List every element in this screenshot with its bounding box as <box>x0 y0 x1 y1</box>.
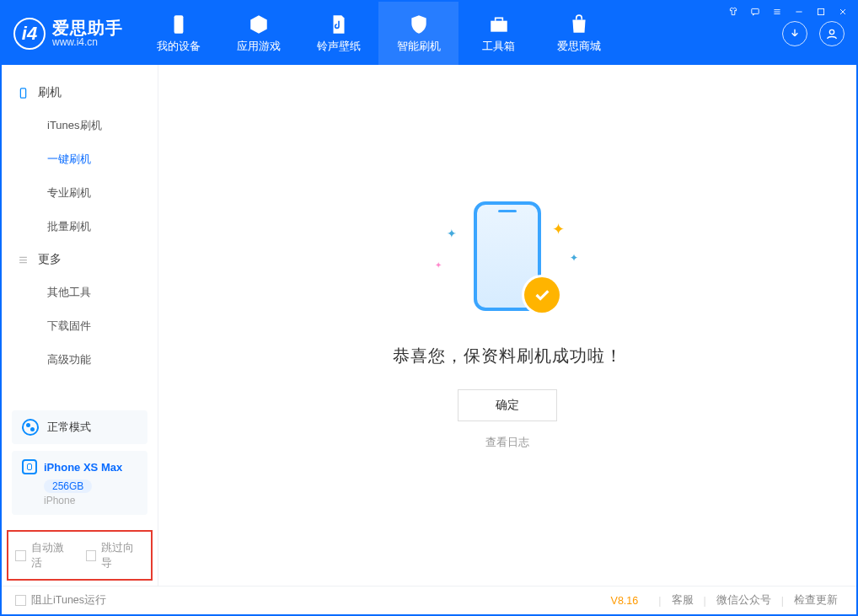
sparkle-icon: ✦ <box>435 260 442 270</box>
maximize-button[interactable] <box>814 5 828 19</box>
checkbox-icon <box>15 550 26 561</box>
tab-my-device[interactable]: 我的设备 <box>138 2 218 65</box>
device-type: iPhone <box>44 495 137 506</box>
tab-label: 工具箱 <box>482 39 515 54</box>
sidebar-group-flash: 刷机 <box>2 77 158 109</box>
success-illustration: ✦ ✦ ✦ ✦ <box>432 201 583 319</box>
checkbox-auto-activate[interactable]: 自动激活 <box>15 540 74 570</box>
svg-rect-0 <box>752 8 759 13</box>
sparkle-icon: ✦ <box>552 220 565 238</box>
link-support[interactable]: 客服 <box>667 593 699 608</box>
tab-label: 智能刷机 <box>397 39 441 54</box>
tab-ringtone-wallpaper[interactable]: 铃声壁纸 <box>298 2 378 65</box>
sidebar-group-more: 更多 <box>2 244 158 276</box>
mode-card[interactable]: 正常模式 <box>12 410 147 444</box>
tab-smart-flash[interactable]: 智能刷机 <box>378 2 458 65</box>
check-badge-icon <box>524 277 560 313</box>
window-controls <box>727 5 850 19</box>
device-card-icon <box>22 459 37 474</box>
sidebar-item-oneclick-flash[interactable]: 一键刷机 <box>2 142 158 176</box>
sidebar-item-batch-flash[interactable]: 批量刷机 <box>2 210 158 244</box>
minimize-button[interactable] <box>792 5 806 19</box>
logo-icon: i4 <box>13 18 46 50</box>
downloads-button[interactable] <box>782 21 807 46</box>
bag-icon <box>568 13 590 35</box>
link-check-update[interactable]: 检查更新 <box>789 593 843 608</box>
tab-toolbox[interactable]: 工具箱 <box>458 2 539 65</box>
svg-rect-4 <box>20 88 25 97</box>
toolbox-icon <box>488 13 510 35</box>
nav-tabs: 我的设备 应用游戏 铃声壁纸 智能刷机 工具箱 爱思商城 <box>138 2 619 65</box>
shirt-icon[interactable] <box>727 5 740 19</box>
main-panel: ✦ ✦ ✦ ✦ 恭喜您，保资料刷机成功啦！ 确定 查看日志 <box>158 65 856 586</box>
cube-icon <box>248 13 270 35</box>
svg-rect-2 <box>174 15 183 34</box>
account-button[interactable] <box>819 21 845 46</box>
sidebar-item-pro-flash[interactable]: 专业刷机 <box>2 176 158 210</box>
tab-store[interactable]: 爱思商城 <box>539 2 619 65</box>
music-file-icon <box>328 13 350 35</box>
header: i4 爱思助手 www.i4.cn 我的设备 应用游戏 铃声壁纸 智能刷机 <box>2 2 856 65</box>
tab-label: 我的设备 <box>157 39 201 54</box>
checkbox-block-itunes[interactable]: 阻止iTunes运行 <box>15 593 106 608</box>
device-name: iPhone XS Max <box>44 461 122 474</box>
sidebar-item-other-tools[interactable]: 其他工具 <box>2 276 158 309</box>
sidebar-item-itunes-flash[interactable]: iTunes刷机 <box>2 109 158 142</box>
success-title: 恭喜您，保资料刷机成功啦！ <box>393 345 623 367</box>
tab-apps-games[interactable]: 应用游戏 <box>218 2 298 65</box>
sparkle-icon: ✦ <box>447 227 457 240</box>
svg-point-3 <box>829 29 834 34</box>
shield-refresh-icon <box>408 13 430 35</box>
app-window: i4 爱思助手 www.i4.cn 我的设备 应用游戏 铃声壁纸 智能刷机 <box>0 0 858 616</box>
sidebar: 刷机 iTunes刷机 一键刷机 专业刷机 批量刷机 更多 其他工具 下载固件 … <box>2 65 158 586</box>
checkbox-icon <box>15 595 26 606</box>
sparkle-icon: ✦ <box>570 252 578 264</box>
ok-button[interactable]: 确定 <box>458 389 557 421</box>
sidebar-item-download-firmware[interactable]: 下载固件 <box>2 309 158 343</box>
device-card[interactable]: iPhone XS Max 256GB iPhone <box>12 451 147 515</box>
feedback-icon[interactable] <box>748 5 762 19</box>
mode-label: 正常模式 <box>47 420 91 435</box>
version-label: V8.16 <box>611 595 639 607</box>
tab-label: 铃声壁纸 <box>317 39 361 54</box>
svg-rect-1 <box>818 8 823 14</box>
list-icon <box>17 254 29 266</box>
mode-icon <box>22 419 39 436</box>
checkbox-icon <box>86 550 97 561</box>
highlighted-options: 自动激活 跳过向导 <box>7 530 153 581</box>
app-name-en: www.i4.cn <box>52 37 123 48</box>
tab-label: 应用游戏 <box>237 39 281 54</box>
body: 刷机 iTunes刷机 一键刷机 专业刷机 批量刷机 更多 其他工具 下载固件 … <box>2 65 856 586</box>
link-wechat[interactable]: 微信公众号 <box>711 593 776 608</box>
view-log-link[interactable]: 查看日志 <box>485 435 529 450</box>
menu-icon[interactable] <box>770 5 784 19</box>
device-icon <box>17 87 29 99</box>
logo: i4 爱思助手 www.i4.cn <box>2 2 138 65</box>
tab-label: 爱思商城 <box>557 39 601 54</box>
phone-icon <box>168 13 190 35</box>
checkbox-skip-guide[interactable]: 跳过向导 <box>86 540 145 570</box>
close-button[interactable] <box>836 5 850 19</box>
status-bar: 阻止iTunes运行 V8.16 | 客服 | 微信公众号 | 检查更新 <box>2 586 856 614</box>
sidebar-item-advanced[interactable]: 高级功能 <box>2 343 158 377</box>
app-name-cn: 爱思助手 <box>52 19 123 37</box>
device-capacity: 256GB <box>44 479 92 493</box>
